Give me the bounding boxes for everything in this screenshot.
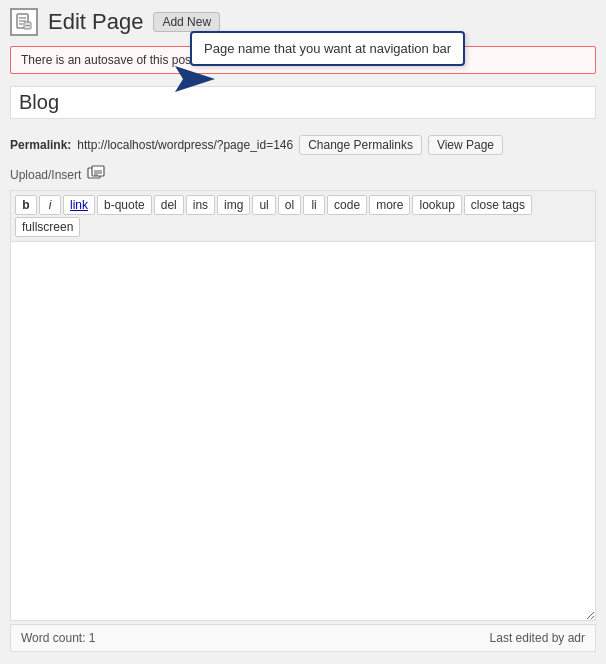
tooltip-wrapper: Page name that you want at navigation ba… — [10, 86, 596, 127]
word-count: Word count: 1 — [21, 631, 95, 645]
permalink-label: Permalink: — [10, 138, 71, 152]
toolbar-btn-b-quote[interactable]: b-quote — [97, 195, 152, 215]
toolbar-btn-i[interactable]: i — [39, 195, 61, 215]
upload-insert-label: Upload/Insert — [10, 168, 81, 182]
toolbar-btn-img[interactable]: img — [217, 195, 250, 215]
toolbar-btn-close-tags[interactable]: close tags — [464, 195, 532, 215]
toolbar-btn-ins[interactable]: ins — [186, 195, 215, 215]
page-title: Edit Page — [48, 9, 143, 35]
tooltip-box: Page name that you want at navigation ba… — [190, 31, 465, 66]
svg-marker-6 — [175, 66, 215, 92]
toolbar-btn-more[interactable]: more — [369, 195, 410, 215]
permalink-url: http://localhost/wordpress/?page_id=146 — [77, 138, 293, 152]
toolbar-btn-link[interactable]: link — [63, 195, 95, 215]
editor-toolbar: bilinkb-quotedelinsimgulollicodemorelook… — [10, 190, 596, 241]
permalink-bar: Permalink: http://localhost/wordpress/?p… — [10, 135, 596, 155]
add-new-button[interactable]: Add New — [153, 12, 220, 32]
change-permalinks-button[interactable]: Change Permalinks — [299, 135, 422, 155]
toolbar-btn-b[interactable]: b — [15, 195, 37, 215]
page-title-input[interactable] — [10, 86, 596, 119]
view-page-button[interactable]: View Page — [428, 135, 503, 155]
toolbar-btn-ul[interactable]: ul — [252, 195, 275, 215]
last-edited: Last edited by adr — [490, 631, 585, 645]
toolbar-btn-li[interactable]: li — [303, 195, 325, 215]
upload-insert: Upload/Insert — [10, 165, 596, 184]
toolbar-btn-ol[interactable]: ol — [278, 195, 301, 215]
toolbar-btn-lookup[interactable]: lookup — [412, 195, 461, 215]
toolbar-btn-fullscreen[interactable]: fullscreen — [15, 217, 80, 237]
toolbar-btn-code[interactable]: code — [327, 195, 367, 215]
page-icon — [10, 8, 38, 36]
toolbar-btn-del[interactable]: del — [154, 195, 184, 215]
upload-icon[interactable] — [87, 165, 107, 184]
tooltip-arrow — [165, 64, 225, 94]
page-wrapper: Edit Page Add New There is an autosave o… — [0, 0, 606, 664]
editor-footer: Word count: 1 Last edited by adr — [10, 624, 596, 652]
editor-area[interactable] — [10, 241, 596, 621]
